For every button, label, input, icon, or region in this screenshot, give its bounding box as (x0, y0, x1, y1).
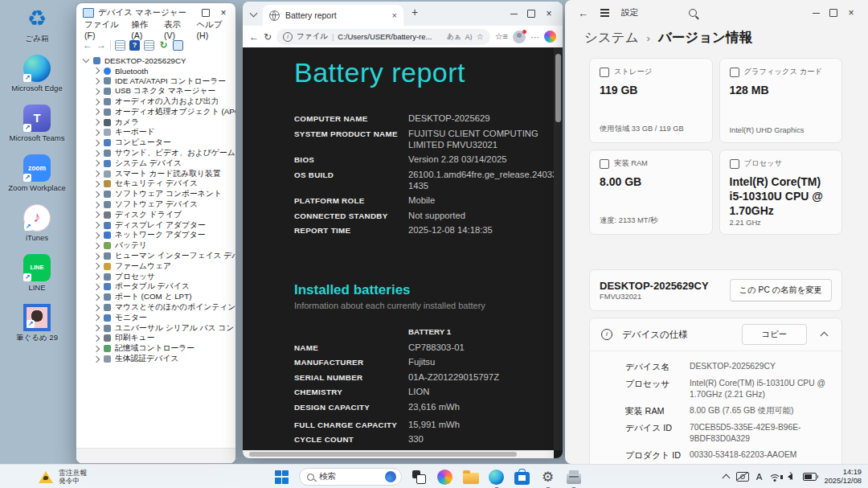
hamburger-menu-icon[interactable] (600, 9, 609, 16)
tree-item[interactable]: USB コネクタ マネージャー (81, 86, 234, 96)
tree-item[interactable]: ヒューマン インターフェイス デバイス (81, 251, 234, 261)
desktop-shortcut[interactable]: T↗Microsoft Teams (5, 105, 69, 143)
tree-item[interactable]: モニター (81, 313, 234, 323)
taskbar-search[interactable]: 検索 (299, 468, 402, 486)
close-button[interactable]: × (215, 6, 232, 20)
ime-mode-indicator[interactable]: A (756, 472, 763, 482)
tree-item[interactable]: カメラ (81, 117, 234, 128)
page-info-icon[interactable]: i (283, 32, 293, 42)
maximize-button[interactable] (522, 6, 540, 21)
wifi-icon[interactable] (769, 473, 780, 481)
minimize-button[interactable] (505, 6, 522, 21)
tree-item[interactable]: オーディオ処理オブジェクト (APO) (81, 107, 234, 117)
browser-tab[interactable]: Battery report × (263, 5, 403, 26)
spec-summary-card[interactable]: 実装 RAM8.00 GB速度: 2133 MT/秒 (589, 150, 713, 235)
properties-icon[interactable] (144, 40, 154, 51)
copy-button[interactable]: コピー (742, 324, 807, 345)
tree-item[interactable]: マウスとそのほかのポインティング デバイス (81, 302, 234, 313)
tree-item[interactable]: 印刷キュー (81, 334, 234, 344)
forward-icon[interactable]: → (96, 40, 106, 50)
desktop-shortcut[interactable]: zoom↗Zoom Workplace (5, 154, 69, 193)
tree-item[interactable]: 生体認証デバイス (81, 354, 234, 364)
hidden-icons-chevron[interactable] (722, 474, 730, 482)
spec-summary-card[interactable]: ストレージ119 GB使用領域 33 GB / 119 GB (589, 58, 713, 143)
address-bar[interactable]: i ファイル | C:/Users/USER/battery-re... あぁ … (276, 29, 490, 45)
spec-summary-card[interactable]: プロセッサIntel(R) Core(TM) i5-10310U CPU @ 1… (719, 150, 843, 235)
url-text[interactable]: C:/Users/USER/battery-re... (338, 32, 443, 41)
vertical-scrollbar[interactable] (554, 47, 563, 450)
volume-icon[interactable] (788, 474, 792, 480)
tree-item[interactable]: ポータブル デバイス (81, 282, 234, 293)
spec-summary-card[interactable]: グラフィックス カード128 MBIntel(R) UHD Graphics (719, 58, 843, 143)
refresh-icon[interactable]: ↻ (264, 31, 272, 43)
computer-toolbar-icon[interactable] (173, 40, 183, 51)
device-manager-button[interactable] (565, 469, 582, 486)
tree-item[interactable]: ソフトウェア コンポーネント (81, 189, 234, 199)
more-menu-icon[interactable]: ··· (530, 32, 539, 42)
search-icon[interactable] (689, 9, 697, 17)
maximize-button[interactable] (825, 6, 842, 20)
copilot-button[interactable] (436, 469, 453, 486)
tab-search-chevron-icon[interactable] (250, 9, 258, 17)
horizontal-scrollbar[interactable] (243, 450, 554, 458)
tree-item[interactable]: オーディオの入力および出力 (81, 96, 234, 107)
back-icon[interactable]: ← (249, 31, 259, 43)
tree-item[interactable]: コンピューター (81, 137, 234, 148)
chevron-up-icon[interactable] (821, 332, 829, 340)
tree-item[interactable]: キーボード (81, 128, 234, 138)
scan-hardware-icon[interactable]: ↻ (158, 40, 169, 51)
battery-icon[interactable] (803, 473, 817, 481)
help-icon[interactable]: ? (129, 40, 140, 51)
weather-warning[interactable]: 雷注意報 発令中 (39, 469, 87, 485)
tree-item[interactable]: ソフトウェア デバイス (81, 199, 234, 210)
microsoft-store-button[interactable] (514, 469, 530, 486)
minimize-button[interactable] (807, 6, 825, 20)
breadcrumb-system[interactable]: システム (584, 29, 639, 47)
edge-button[interactable] (488, 469, 505, 486)
tree-item[interactable]: プロセッサ (81, 272, 234, 282)
tree-item[interactable]: ディスク ドライブ (81, 210, 234, 220)
tree-item[interactable]: バッテリ (81, 240, 234, 251)
translate-icon[interactable]: あぁ (447, 32, 461, 42)
desktop-shortcut[interactable]: ↗筆ぐるめ 29 (5, 304, 69, 342)
task-view-button[interactable] (411, 469, 428, 486)
close-button[interactable]: × (842, 6, 860, 20)
tree-item[interactable]: スマート カード読み取り装置 (81, 169, 234, 179)
back-icon[interactable]: ← (83, 40, 92, 50)
tree-item[interactable]: ネットワーク アダプター (81, 231, 234, 241)
read-aloud-icon[interactable]: A⟩ (465, 33, 473, 41)
favorite-star-icon[interactable]: ☆ (477, 32, 484, 41)
taskbar-clock[interactable]: 14:19 2025/12/08 (824, 468, 862, 486)
desktop-shortcut[interactable]: LINE↗LINE (5, 254, 69, 293)
settings-titlebar[interactable]: ← 設定 × (565, 0, 868, 26)
tab-close-icon[interactable]: × (392, 10, 397, 20)
file-explorer-button[interactable] (462, 469, 479, 486)
tree-item[interactable]: IDE ATA/ATAPI コントローラー (81, 76, 234, 87)
desktop-shortcut[interactable]: ♻ごみ箱 (5, 5, 69, 43)
tree-item[interactable]: サウンド、ビデオ、およびゲーム コントローラー (81, 148, 234, 158)
settings-button[interactable]: ⚙ (539, 469, 556, 486)
tree-item[interactable]: ポート (COM と LPT) (81, 292, 234, 302)
camera-off-icon[interactable] (736, 472, 749, 482)
rename-pc-button[interactable]: この PC の名前を変更 (730, 279, 832, 301)
new-tab-button[interactable]: + (411, 6, 418, 18)
close-button[interactable]: × (540, 6, 558, 21)
copilot-icon[interactable] (544, 31, 556, 43)
tree-item[interactable]: セキュリティ デバイス (81, 179, 234, 190)
tree-item[interactable]: 記憶域コントローラー (81, 343, 234, 354)
desktop-shortcut[interactable]: ↗Microsoft Edge (5, 55, 69, 93)
tree-item[interactable]: システム デバイス (81, 158, 234, 169)
maximize-button[interactable] (197, 6, 215, 20)
back-icon[interactable]: ← (578, 7, 588, 19)
profile-avatar[interactable] (513, 31, 526, 43)
tree-item[interactable]: ユニバーサル シリアル バス コントローラー (81, 323, 234, 334)
device-spec-header[interactable]: i デバイスの仕様 コピー (590, 318, 841, 351)
tree-item[interactable]: Bluetooth (81, 66, 234, 76)
desktop-shortcut[interactable]: ♪↗iTunes (5, 204, 69, 243)
start-button[interactable] (273, 469, 290, 486)
tree-root-item[interactable]: DESKTOP-2025629CY (81, 55, 234, 66)
tree-item[interactable]: ファームウェア (81, 261, 234, 272)
tree-item[interactable]: ディスプレイ アダプター (81, 220, 234, 231)
show-list-icon[interactable] (115, 40, 125, 51)
favorites-icon[interactable]: ☆≡ (495, 31, 508, 42)
